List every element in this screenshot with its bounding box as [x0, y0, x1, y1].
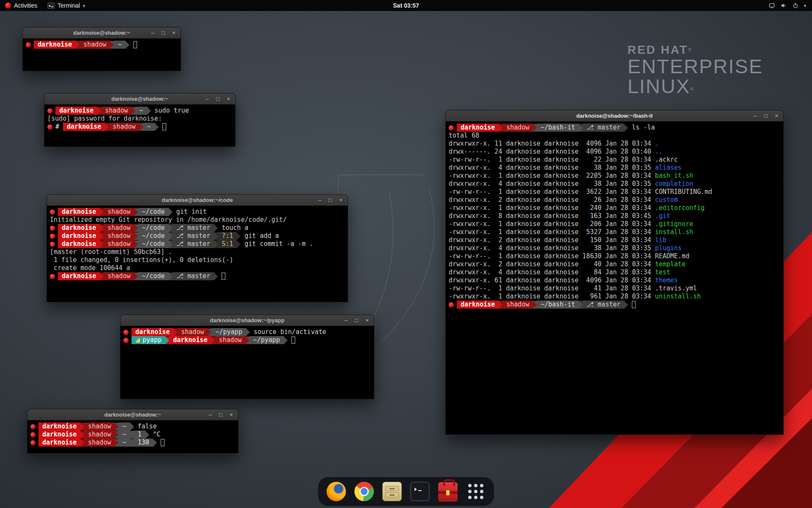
output-text: drwxrwxr-x. 2 darknoise darknoise 150 Ja… — [449, 236, 655, 244]
prompt-segment-host: shadow — [104, 224, 134, 232]
terminal-line: create mode 100644 a — [50, 264, 345, 272]
titlebar[interactable]: darknoise@shadow:~/pyapp – □ × — [121, 315, 374, 326]
minimize-button[interactable]: – — [752, 113, 758, 119]
prompt-segment-user: darknoise — [63, 123, 105, 131]
terminal-line: darknoiseshadow~sudo true — [47, 107, 232, 115]
close-button[interactable]: × — [364, 318, 370, 323]
powerline-separator-icon — [169, 273, 173, 280]
powerline-separator-icon — [130, 423, 134, 431]
system-status-menu[interactable]: ▾ — [763, 0, 812, 11]
minimize-button[interactable]: – — [207, 412, 213, 417]
prompt-hat-icon — [449, 125, 454, 130]
maximize-button[interactable]: □ — [763, 113, 769, 119]
powerline-separator-icon — [169, 208, 173, 216]
powerline-separator-icon — [100, 273, 104, 280]
chrome-icon[interactable] — [354, 482, 374, 501]
maximize-button[interactable]: □ — [218, 412, 224, 417]
prompt-segment-user: darknoise — [38, 422, 80, 431]
output-text: drwxrwxr-x. 11 darknoise darknoise 4096 … — [449, 140, 655, 148]
powerline-separator-icon — [134, 224, 138, 232]
typed-command: source bin/activate — [250, 328, 326, 336]
close-button[interactable]: × — [225, 96, 231, 102]
prompt-segment-host: shadow — [101, 107, 132, 115]
powerline-separator-icon — [130, 439, 134, 447]
titlebar[interactable]: darknoise@shadow:~/bash-it – □ × — [446, 110, 783, 121]
output-text: .travis.yml — [655, 284, 697, 293]
maximize-button[interactable]: □ — [215, 96, 221, 102]
powerline-separator-icon — [115, 431, 118, 439]
firefox-icon[interactable] — [326, 482, 346, 501]
terminal-screen[interactable]: darknoiseshadow~ — [23, 39, 181, 71]
prompt-segment-user: darknoise — [58, 208, 100, 216]
terminal-screen[interactable]: darknoiseshadow~sudo true[sudo] password… — [44, 105, 235, 146]
prompt-segment-user: darknoise — [132, 328, 173, 336]
close-button[interactable]: × — [774, 113, 779, 119]
terminal-launcher-icon[interactable] — [410, 482, 430, 501]
minimize-button[interactable]: – — [343, 318, 349, 323]
prompt-segment-host: shadow — [104, 232, 134, 240]
toolbox-icon[interactable] — [438, 482, 458, 502]
titlebar[interactable]: darknoise@shadow:~ – □ × — [44, 94, 235, 105]
powerline-separator-icon — [624, 124, 628, 132]
powerline-separator-icon — [145, 431, 149, 439]
powerline-separator-icon — [246, 337, 250, 344]
prompt-segment-user: darknoise — [55, 107, 97, 115]
titlebar[interactable]: darknoise@shadow:~/code – □ × — [47, 195, 348, 206]
minimize-button[interactable]: – — [317, 197, 323, 203]
powerline-separator-icon — [126, 41, 129, 49]
typed-command: touch a — [218, 224, 248, 232]
close-button[interactable]: × — [338, 197, 344, 203]
typed-command: false — [134, 422, 157, 431]
prompt-segment-host: shadow — [215, 336, 245, 344]
terminal-window-sudo: darknoise@shadow:~ – □ × darknoiseshadow… — [44, 93, 236, 147]
prompt-segment-host: shadow — [104, 272, 134, 280]
titlebar[interactable]: darknoise@shadow:~ – □ × — [23, 28, 181, 39]
maximize-button[interactable]: □ — [160, 30, 166, 36]
prompt-segment-host: shadow — [502, 301, 533, 309]
file-manager-icon[interactable] — [382, 482, 402, 501]
terminal-line: -rw-rw-r--. 1 darknoise darknoise 18630 … — [449, 252, 780, 260]
terminal-screen[interactable]: darknoiseshadow~/codegit initInitialized… — [47, 206, 348, 302]
chevron-down-icon: ▾ — [804, 3, 806, 8]
maximize-button[interactable]: □ — [327, 197, 333, 203]
powerline-separator-icon — [533, 124, 537, 132]
typed-command: git init — [173, 208, 207, 216]
prompt-segment-path: ~/code — [138, 208, 168, 216]
rhel-wordmark: RED HAT® ENTERPRISE LINUX® — [628, 44, 763, 97]
activities-button[interactable]: Activities — [0, 0, 42, 11]
powerline-separator-icon — [169, 224, 173, 232]
powerline-separator-icon — [134, 240, 138, 248]
output-text: . — [655, 140, 659, 148]
app-menu-terminal[interactable]: Terminal ▾ — [42, 0, 90, 11]
terminal-line: -rw-rw-r--. 1 darknoise darknoise 3622 J… — [449, 188, 780, 196]
terminal-screen[interactable]: darknoiseshadow~/pyappsource bin/activat… — [121, 326, 374, 399]
output-text: install.sh — [655, 228, 693, 236]
output-text: CONTRIBUTING.md — [655, 188, 712, 196]
minimize-button[interactable]: – — [150, 30, 156, 36]
chrome-dot — [361, 488, 368, 495]
brand-line1: RED HAT — [628, 43, 688, 56]
output-text: create mode 100644 a — [50, 264, 130, 272]
powerline-separator-icon — [155, 123, 159, 131]
clock[interactable]: Sat 03:57 — [389, 0, 423, 11]
terminal-screen[interactable]: darknoiseshadow~/bash-it⎇ masterls -lato… — [446, 121, 783, 434]
prompt-segment-git: ⎇ master — [583, 124, 625, 132]
powerline-separator-icon — [169, 240, 173, 248]
show-applications-icon[interactable] — [466, 482, 486, 501]
terminal-line: -rwxrwxr-x. 1 darknoise darknoise 2205 J… — [449, 172, 780, 180]
output-text: -rw-rw-r--. 1 darknoise darknoise 18630 … — [449, 252, 655, 260]
python-icon — [135, 338, 140, 342]
close-button[interactable]: × — [171, 30, 177, 36]
minimize-button[interactable]: – — [204, 96, 210, 102]
close-button[interactable]: × — [228, 412, 234, 417]
powerline-separator-icon — [624, 301, 628, 309]
powerline-separator-icon — [208, 329, 211, 336]
maximize-button[interactable]: □ — [354, 318, 359, 323]
prompt-segment-path: ~/pyapp — [211, 328, 246, 336]
titlebar[interactable]: darknoise@shadow:~ – □ × — [27, 409, 238, 420]
output-text: drwxrwxr-x. 4 darknoise darknoise 38 Jan… — [449, 180, 655, 188]
powerline-separator-icon — [214, 232, 218, 240]
terminal-screen[interactable]: darknoiseshadow~falsedarknoiseshadow~1^C… — [27, 420, 238, 453]
output-text: test — [655, 268, 670, 276]
prompt-hat-icon — [30, 424, 36, 429]
